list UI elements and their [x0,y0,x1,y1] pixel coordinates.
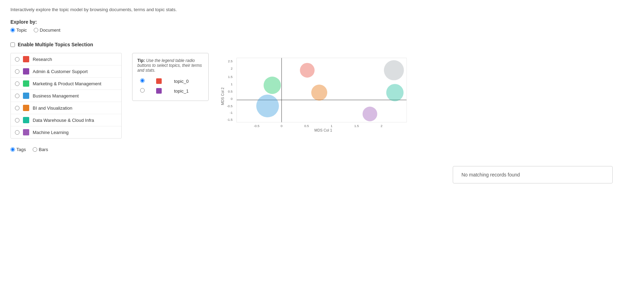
topic-swatch-data-warehouse [23,117,29,123]
explore-by-label: Explore by: [10,19,634,25]
bubble-bi[interactable] [311,85,327,101]
tip-label: Tip: [137,58,145,63]
topic-label-marketing-product: Marketing & Product Management [33,81,101,86]
chart-area: MDS Col 2 2.5 2 1.5 1 0.5 0 -0.5 -1 -1.5… [219,53,421,133]
bubble-research[interactable] [300,63,315,78]
document-radio-label[interactable]: Document [34,27,60,33]
topic-item-business-mgmt[interactable]: Business Management [11,90,121,102]
topic-radio-bi-visualization[interactable] [15,106,19,110]
tip-body: Use the legend table radio buttons to se… [137,58,202,73]
svg-text:1: 1 [331,124,332,128]
bars-radio[interactable] [33,147,37,152]
tags-bars-radio-group: Tags Bars [10,147,634,152]
tags-radio-text: Tags [16,147,26,152]
tip-box: Tip: Use the legend table radio buttons … [132,53,209,101]
enable-multiple-section: Enable Multiple Topics Selection [10,42,634,47]
explore-by-section: Explore by: Topic Document [10,19,634,36]
main-layout: Research Admin & Customer Support Market… [10,53,634,139]
svg-text:MDS Col 2: MDS Col 2 [220,87,225,105]
svg-text:0: 0 [281,124,282,128]
topic-label-bi-visualization: BI and Visualization [33,105,72,111]
topic-item-bi-visualization[interactable]: BI and Visualization [11,102,121,114]
bubble-marketing[interactable] [264,77,281,94]
svg-text:-0.5: -0.5 [254,124,260,128]
bars-radio-text: Bars [39,147,48,152]
bubble-admin[interactable] [384,60,404,80]
topic-item-admin-customer[interactable]: Admin & Customer Support [11,65,121,78]
legend-radio-cell[interactable] [137,76,153,86]
topic-swatch-machine-learning [23,129,29,135]
legend-radio-topic_0[interactable] [140,78,145,83]
topic-radio-business-mgmt[interactable] [15,94,19,98]
document-radio[interactable] [34,28,38,32]
svg-text:-0.5: -0.5 [227,104,233,108]
legend-radio-topic_1[interactable] [140,88,145,93]
topic-label-admin-customer: Admin & Customer Support [33,69,88,74]
bubble-business[interactable] [256,95,279,117]
enable-multiple-checkbox[interactable] [10,42,15,47]
topic-swatch-business-mgmt [23,93,29,99]
topic-label-research: Research [33,57,52,62]
bars-radio-label[interactable]: Bars [33,147,48,152]
topic-radio-research[interactable] [15,57,19,62]
topic-radio-admin-customer[interactable] [15,69,19,74]
right-panel: MDS Col 2 2.5 2 1.5 1 0.5 0 -0.5 -1 -1.5… [219,53,634,133]
bubble-data-warehouse[interactable] [386,84,404,101]
enable-multiple-label: Enable Multiple Topics Selection [18,42,93,47]
svg-text:1.5: 1.5 [354,124,359,128]
topic-swatch-research [23,56,29,62]
svg-text:1: 1 [231,82,233,86]
svg-text:2.5: 2.5 [228,59,233,63]
svg-text:-1.5: -1.5 [227,118,233,121]
svg-text:1.5: 1.5 [228,75,233,79]
topic-label-data-warehouse: Data Warehouse & Cloud Infra [33,118,94,123]
topic-radio-label[interactable]: Topic [10,27,27,33]
topic-item-machine-learning[interactable]: Machine Learning [11,126,121,138]
topic-radio[interactable] [10,28,15,32]
topic-label-business-mgmt: Business Management [33,93,79,99]
svg-text:2: 2 [381,124,383,128]
tip-text: Tip: Use the legend table radio buttons … [137,58,203,73]
topic-list: Research Admin & Customer Support Market… [10,53,122,139]
legend-radio-cell[interactable] [137,86,153,96]
chart-wrapper: MDS Col 2 2.5 2 1.5 1 0.5 0 -0.5 -1 -1.5… [219,53,634,133]
topic-label-machine-learning: Machine Learning [33,130,69,135]
topic-item-marketing-product[interactable]: Marketing & Product Management [11,78,121,90]
topic-swatch-admin-customer [23,68,29,74]
explore-by-radio-group: Topic Document [10,27,634,36]
document-radio-text: Document [40,27,60,33]
tags-bars-section: Tags Bars [10,147,634,152]
no-records-box: No matching records found [453,166,613,183]
legend-table: topic_0 topic_1 [137,76,203,96]
svg-text:0.5: 0.5 [228,89,233,93]
tags-radio[interactable] [10,147,15,152]
svg-text:2: 2 [231,66,233,70]
page-subtitle: Interactively explore the topic model by… [10,7,634,12]
bubble-machine-learning[interactable] [363,107,377,121]
topic-swatch-marketing-product [23,80,29,87]
topic-swatch-bi-visualization [23,105,29,111]
middle-panel: Tip: Use the legend table radio buttons … [132,53,209,107]
topic-item-research[interactable]: Research [11,53,121,65]
topic-radio-machine-learning[interactable] [15,130,19,135]
topic-radio-marketing-product[interactable] [15,81,19,86]
topic-item-data-warehouse[interactable]: Data Warehouse & Cloud Infra [11,114,121,126]
svg-text:0: 0 [231,97,233,101]
legend-swatch-cell [153,76,171,86]
legend-row-topic_1[interactable]: topic_1 [137,86,203,96]
left-panel: Research Admin & Customer Support Market… [10,53,122,139]
topic-radio-data-warehouse[interactable] [15,118,19,123]
topic-radio-text: Topic [16,27,27,33]
legend-label-topic_1: topic_1 [171,86,203,96]
legend-row-topic_0[interactable]: topic_0 [137,76,203,86]
scatter-chart: MDS Col 2 2.5 2 1.5 1 0.5 0 -0.5 -1 -1.5… [219,53,421,133]
legend-swatch-cell [153,86,171,96]
tags-radio-label[interactable]: Tags [10,147,26,152]
svg-text:MDS Col 1: MDS Col 1 [314,128,332,132]
legend-label-topic_0: topic_0 [171,76,203,86]
no-records-message: No matching records found [461,172,520,178]
svg-text:0.5: 0.5 [304,124,309,128]
svg-text:-1: -1 [230,111,233,115]
